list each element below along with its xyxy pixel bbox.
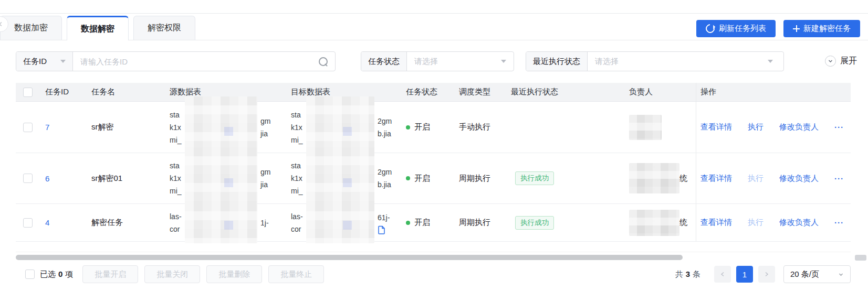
refresh-task-list-button[interactable]: 刷新任务列表 — [696, 20, 776, 37]
target-fragment: sta — [291, 159, 303, 172]
task-id-field-label: 任务ID — [23, 57, 47, 67]
task-status: 开启 — [414, 174, 430, 184]
footer-select-all-checkbox[interactable] — [25, 270, 35, 279]
selected-prefix: 已选 — [40, 270, 56, 278]
caret-down-icon — [501, 60, 506, 63]
page-1-button[interactable]: 1 — [736, 266, 753, 283]
task-id-search-input[interactable] — [73, 52, 319, 71]
run-link[interactable]: 执行 — [748, 122, 764, 132]
tab-scroll-left-icon — [0, 21, 3, 27]
modify-owner-link[interactable]: 修改负责人 — [779, 122, 819, 132]
task-status-select[interactable]: 请选择 — [407, 52, 514, 71]
source-fragment: gm — [260, 115, 270, 127]
owner-redaction-mosaic — [629, 115, 662, 140]
page-size-value: 20 条/页 — [790, 270, 819, 279]
row-checkbox[interactable] — [23, 174, 33, 183]
source-fragment: jia — [260, 127, 268, 140]
more-icon[interactable]: ··· — [834, 174, 844, 183]
task-status-label-text: 任务状态 — [368, 57, 400, 67]
task-status-label: 任务状态 — [361, 52, 407, 71]
horizontal-scrollbar-thumb[interactable] — [16, 255, 683, 260]
refresh-icon — [704, 23, 717, 35]
target-fragment: mi_ — [291, 134, 303, 146]
recent-status-select[interactable]: 请选择 — [588, 52, 783, 71]
search-icon[interactable] — [319, 57, 328, 66]
tab-data-decrypt[interactable]: 数据解密 — [67, 16, 129, 40]
recent-status-label: 最近执行状态 — [526, 52, 588, 71]
page-size-select[interactable]: 20 条/页 — [783, 265, 851, 283]
task-id-filter-group: 任务ID — [16, 51, 336, 71]
source-table-redacted: las- cor 1j- — [170, 204, 281, 241]
table-row: 4 解密任务 las- cor 1j- — [16, 204, 851, 242]
col-header-task-status: 任务状态 — [402, 83, 455, 101]
table-row: 7 sr解密 sta k1x mi_ gm jia — [16, 102, 851, 153]
batch-enable-button[interactable]: 批量开启 — [82, 265, 138, 283]
caret-down-icon — [60, 60, 66, 63]
row-checkbox[interactable] — [23, 123, 33, 132]
target-fragment: mi_ — [291, 185, 303, 197]
expand-chevron-icon — [825, 56, 836, 67]
col-header-owner: 负责人 — [625, 83, 696, 101]
col-header-recent-status: 最近执行状态 — [507, 83, 625, 101]
target-fragment: b.jia — [378, 127, 391, 140]
source-table-redacted: sta k1x mi_ gm jia — [170, 102, 281, 153]
caret-down-icon — [768, 60, 773, 63]
view-detail-link[interactable]: 查看详情 — [700, 218, 732, 228]
modify-owner-link[interactable]: 修改负责人 — [779, 218, 819, 228]
source-fragment: las- — [170, 210, 182, 223]
toolbar: 刷新任务列表 新建解密任务 — [696, 20, 860, 37]
selected-count-text: 已选0项 — [40, 270, 73, 279]
more-icon[interactable]: ··· — [834, 218, 844, 227]
decryption-task-page: 数据加密 数据解密 解密权限 刷新任务列表 新建解密任务 任务ID — [0, 0, 868, 291]
source-table-redacted: sta k1x mi_ gm jia — [170, 153, 281, 203]
more-icon[interactable]: ··· — [834, 123, 844, 132]
create-decrypt-task-button[interactable]: 新建解密任务 — [783, 20, 860, 37]
total-count: 3 — [686, 270, 690, 278]
view-detail-link[interactable]: 查看详情 — [700, 174, 732, 184]
horizontal-scrollbar — [16, 255, 851, 260]
doc-icon[interactable] — [378, 225, 385, 234]
footer-bar: 已选0项 批量开启 批量关闭 批量删除 批量终止 共3条 1 20 条/页 — [16, 264, 851, 285]
schedule-type: 周期执行 — [459, 218, 490, 228]
run-link-disabled[interactable]: 执行 — [748, 174, 764, 184]
target-fragment: k1x — [291, 121, 303, 134]
owner-redaction-mosaic — [629, 210, 679, 236]
view-detail-link[interactable]: 查看详情 — [700, 122, 732, 132]
task-name: 解密任务 — [91, 218, 123, 228]
plus-icon — [793, 25, 800, 32]
batch-buttons: 批量开启 批量关闭 批量删除 批量终止 — [82, 265, 324, 283]
run-link-disabled[interactable]: 执行 — [748, 218, 764, 228]
task-status: 开启 — [414, 122, 430, 132]
status-dot — [406, 125, 410, 130]
recent-status-badge: 执行成功 — [515, 216, 554, 230]
next-page-button[interactable] — [758, 266, 775, 283]
redaction-mosaic — [306, 147, 374, 209]
batch-disable-button[interactable]: 批量关闭 — [144, 265, 200, 283]
tab-decrypt-permission[interactable]: 解密权限 — [133, 16, 195, 40]
target-table-redacted: sta k1x mi_ 2gm b.jia — [291, 153, 399, 203]
next-icon — [764, 272, 769, 277]
source-fragment: jia — [260, 178, 268, 191]
tab-label: 解密权限 — [148, 23, 181, 34]
redaction-mosaic — [185, 202, 257, 243]
expand-filters-toggle[interactable]: 展开 — [825, 56, 857, 67]
task-id-link[interactable]: 7 — [45, 123, 49, 132]
batch-delete-button[interactable]: 批量删除 — [206, 265, 262, 283]
pagesize-caret-icon — [838, 272, 844, 277]
task-id-link[interactable]: 4 — [45, 218, 49, 227]
row-checkbox[interactable] — [23, 218, 33, 228]
recent-status-filter-group: 最近执行状态 请选择 — [526, 51, 784, 71]
scrollbar-corner[interactable] — [855, 255, 866, 261]
task-id-field-select[interactable]: 任务ID — [16, 52, 73, 71]
owner-visible-text: 统 — [679, 174, 687, 184]
expand-label: 展开 — [840, 56, 857, 67]
modify-owner-link[interactable]: 修改负责人 — [779, 174, 819, 184]
task-status-placeholder: 请选择 — [414, 57, 438, 67]
prev-page-button[interactable] — [714, 266, 731, 283]
batch-terminate-button[interactable]: 批量终止 — [268, 265, 324, 283]
select-all-checkbox[interactable] — [23, 88, 33, 97]
task-id-link[interactable]: 6 — [45, 174, 49, 183]
source-fragment: sta — [170, 159, 182, 172]
task-status-filter-group: 任务状态 请选择 — [361, 51, 514, 71]
tab-data-encrypt[interactable]: 数据加密 — [0, 16, 62, 40]
